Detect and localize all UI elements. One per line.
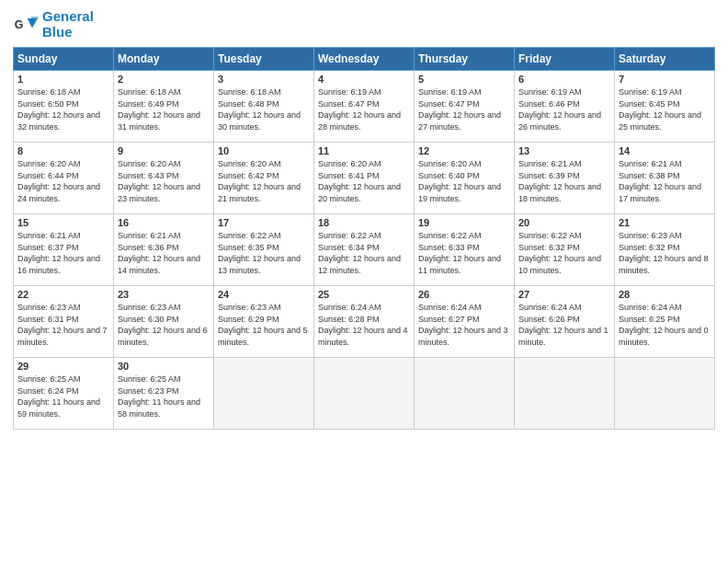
day-number: 24	[218, 289, 310, 300]
day-number: 21	[619, 217, 711, 228]
day-info: Sunrise: 6:24 AM Sunset: 6:26 PM Dayligh…	[518, 302, 610, 348]
day-info: Sunrise: 6:18 AM Sunset: 6:49 PM Dayligh…	[118, 86, 210, 132]
day-number: 12	[418, 145, 510, 156]
day-number: 17	[218, 217, 310, 228]
calendar-day-cell: 21 Sunrise: 6:23 AM Sunset: 6:32 PM Dayl…	[615, 214, 715, 286]
calendar-day-cell: 11 Sunrise: 6:20 AM Sunset: 6:41 PM Dayl…	[314, 143, 415, 214]
calendar-day-cell: 5 Sunrise: 6:19 AM Sunset: 6:47 PM Dayli…	[415, 71, 515, 143]
calendar-day-cell: 24 Sunrise: 6:23 AM Sunset: 6:29 PM Dayl…	[214, 286, 314, 358]
calendar-week-row: 22 Sunrise: 6:23 AM Sunset: 6:31 PM Dayl…	[14, 286, 715, 358]
calendar-day-cell: 15 Sunrise: 6:21 AM Sunset: 6:37 PM Dayl…	[14, 214, 114, 286]
calendar-header-row: SundayMondayTuesdayWednesdayThursdayFrid…	[14, 48, 715, 71]
calendar-day-cell	[214, 358, 314, 430]
day-info: Sunrise: 6:18 AM Sunset: 6:48 PM Dayligh…	[218, 86, 310, 132]
day-number: 16	[118, 217, 210, 228]
day-number: 29	[17, 361, 109, 372]
calendar-day-cell: 3 Sunrise: 6:18 AM Sunset: 6:48 PM Dayli…	[214, 71, 314, 143]
day-info: Sunrise: 6:20 AM Sunset: 6:40 PM Dayligh…	[418, 158, 510, 204]
day-number: 3	[218, 74, 310, 85]
day-number: 10	[218, 145, 310, 156]
day-info: Sunrise: 6:22 AM Sunset: 6:32 PM Dayligh…	[518, 230, 610, 276]
svg-text:G: G	[15, 17, 24, 30]
header-day-friday: Friday	[515, 48, 615, 71]
calendar-week-row: 29 Sunrise: 6:25 AM Sunset: 6:24 PM Dayl…	[14, 358, 715, 430]
calendar-week-row: 8 Sunrise: 6:20 AM Sunset: 6:44 PM Dayli…	[14, 143, 715, 214]
day-info: Sunrise: 6:24 AM Sunset: 6:28 PM Dayligh…	[318, 302, 410, 348]
calendar-day-cell: 16 Sunrise: 6:21 AM Sunset: 6:36 PM Dayl…	[114, 214, 214, 286]
calendar-day-cell: 22 Sunrise: 6:23 AM Sunset: 6:31 PM Dayl…	[14, 286, 114, 358]
calendar-day-cell: 20 Sunrise: 6:22 AM Sunset: 6:32 PM Dayl…	[515, 214, 615, 286]
day-number: 9	[118, 145, 210, 156]
header-day-thursday: Thursday	[415, 48, 515, 71]
calendar-day-cell	[314, 358, 415, 430]
calendar-day-cell: 14 Sunrise: 6:21 AM Sunset: 6:38 PM Dayl…	[615, 143, 715, 214]
day-number: 23	[118, 289, 210, 300]
day-info: Sunrise: 6:19 AM Sunset: 6:47 PM Dayligh…	[318, 86, 410, 132]
day-number: 8	[17, 145, 109, 156]
calendar-day-cell: 17 Sunrise: 6:22 AM Sunset: 6:35 PM Dayl…	[214, 214, 314, 286]
day-info: Sunrise: 6:20 AM Sunset: 6:42 PM Dayligh…	[218, 158, 310, 204]
calendar-day-cell: 10 Sunrise: 6:20 AM Sunset: 6:42 PM Dayl…	[214, 143, 314, 214]
day-info: Sunrise: 6:21 AM Sunset: 6:39 PM Dayligh…	[518, 158, 610, 204]
calendar-body: 1 Sunrise: 6:18 AM Sunset: 6:50 PM Dayli…	[14, 71, 715, 430]
calendar-day-cell: 12 Sunrise: 6:20 AM Sunset: 6:40 PM Dayl…	[415, 143, 515, 214]
day-info: Sunrise: 6:19 AM Sunset: 6:46 PM Dayligh…	[518, 86, 610, 132]
calendar-page: G GeneralBlue SundayMondayTuesdayWednesd…	[0, 0, 728, 563]
day-number: 1	[17, 74, 109, 85]
day-info: Sunrise: 6:24 AM Sunset: 6:25 PM Dayligh…	[619, 302, 711, 348]
calendar-day-cell: 30 Sunrise: 6:25 AM Sunset: 6:23 PM Dayl…	[114, 358, 214, 430]
day-info: Sunrise: 6:21 AM Sunset: 6:36 PM Dayligh…	[118, 230, 210, 276]
day-number: 25	[318, 289, 410, 300]
day-info: Sunrise: 6:20 AM Sunset: 6:43 PM Dayligh…	[118, 158, 210, 204]
day-number: 22	[17, 289, 109, 300]
calendar-day-cell: 19 Sunrise: 6:22 AM Sunset: 6:33 PM Dayl…	[415, 214, 515, 286]
day-number: 30	[118, 361, 210, 372]
header-day-sunday: Sunday	[14, 48, 114, 71]
day-info: Sunrise: 6:23 AM Sunset: 6:32 PM Dayligh…	[619, 230, 711, 276]
calendar-day-cell	[515, 358, 615, 430]
day-number: 19	[418, 217, 510, 228]
day-info: Sunrise: 6:19 AM Sunset: 6:45 PM Dayligh…	[619, 86, 711, 132]
calendar-day-cell: 9 Sunrise: 6:20 AM Sunset: 6:43 PM Dayli…	[114, 143, 214, 214]
day-info: Sunrise: 6:21 AM Sunset: 6:38 PM Dayligh…	[619, 158, 711, 204]
calendar-day-cell: 7 Sunrise: 6:19 AM Sunset: 6:45 PM Dayli…	[615, 71, 715, 143]
day-info: Sunrise: 6:22 AM Sunset: 6:35 PM Dayligh…	[218, 230, 310, 276]
day-number: 18	[318, 217, 410, 228]
calendar-day-cell: 6 Sunrise: 6:19 AM Sunset: 6:46 PM Dayli…	[515, 71, 615, 143]
calendar-day-cell: 28 Sunrise: 6:24 AM Sunset: 6:25 PM Dayl…	[615, 286, 715, 358]
day-number: 14	[619, 145, 711, 156]
day-number: 28	[619, 289, 711, 300]
logo-text: GeneralBlue	[42, 9, 94, 40]
day-number: 5	[418, 74, 510, 85]
day-number: 2	[118, 74, 210, 85]
calendar-day-cell: 1 Sunrise: 6:18 AM Sunset: 6:50 PM Dayli…	[14, 71, 114, 143]
calendar-week-row: 1 Sunrise: 6:18 AM Sunset: 6:50 PM Dayli…	[14, 71, 715, 143]
calendar-day-cell: 29 Sunrise: 6:25 AM Sunset: 6:24 PM Dayl…	[14, 358, 114, 430]
day-number: 6	[518, 74, 610, 85]
calendar-day-cell	[415, 358, 515, 430]
day-info: Sunrise: 6:22 AM Sunset: 6:33 PM Dayligh…	[418, 230, 510, 276]
calendar-day-cell: 18 Sunrise: 6:22 AM Sunset: 6:34 PM Dayl…	[314, 214, 415, 286]
day-number: 13	[518, 145, 610, 156]
calendar-day-cell: 27 Sunrise: 6:24 AM Sunset: 6:26 PM Dayl…	[515, 286, 615, 358]
calendar-day-cell: 25 Sunrise: 6:24 AM Sunset: 6:28 PM Dayl…	[314, 286, 415, 358]
day-info: Sunrise: 6:20 AM Sunset: 6:41 PM Dayligh…	[318, 158, 410, 204]
day-info: Sunrise: 6:24 AM Sunset: 6:27 PM Dayligh…	[418, 302, 510, 348]
calendar-day-cell: 8 Sunrise: 6:20 AM Sunset: 6:44 PM Dayli…	[14, 143, 114, 214]
header-day-saturday: Saturday	[615, 48, 715, 71]
day-info: Sunrise: 6:25 AM Sunset: 6:24 PM Dayligh…	[17, 373, 109, 419]
day-number: 11	[318, 145, 410, 156]
logo-icon: G	[13, 12, 39, 38]
calendar-week-row: 15 Sunrise: 6:21 AM Sunset: 6:37 PM Dayl…	[14, 214, 715, 286]
page-header: G GeneralBlue	[13, 9, 715, 40]
calendar-day-cell: 2 Sunrise: 6:18 AM Sunset: 6:49 PM Dayli…	[114, 71, 214, 143]
calendar-table: SundayMondayTuesdayWednesdayThursdayFrid…	[13, 47, 715, 430]
day-info: Sunrise: 6:22 AM Sunset: 6:34 PM Dayligh…	[318, 230, 410, 276]
calendar-day-cell: 26 Sunrise: 6:24 AM Sunset: 6:27 PM Dayl…	[415, 286, 515, 358]
calendar-day-cell	[615, 358, 715, 430]
day-number: 15	[17, 217, 109, 228]
day-number: 7	[619, 74, 711, 85]
calendar-day-cell: 4 Sunrise: 6:19 AM Sunset: 6:47 PM Dayli…	[314, 71, 415, 143]
day-info: Sunrise: 6:25 AM Sunset: 6:23 PM Dayligh…	[118, 373, 210, 419]
day-info: Sunrise: 6:19 AM Sunset: 6:47 PM Dayligh…	[418, 86, 510, 132]
